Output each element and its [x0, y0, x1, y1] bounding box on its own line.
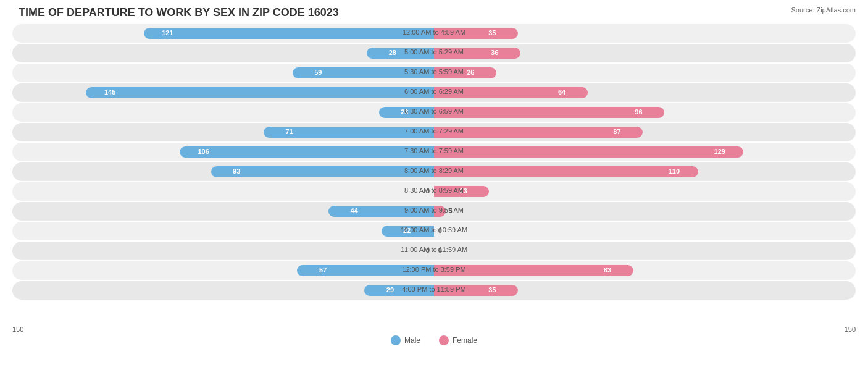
chart-row: 59265:30 AM to 5:59 AM: [12, 64, 856, 82]
row-label: 4:00 PM to 11:59 PM: [402, 285, 465, 293]
value-female: 129: [714, 148, 725, 155]
chart-container: TIME OF DEPARTURE TO WORK BY SEX IN ZIP …: [0, 0, 868, 367]
value-male: 44: [351, 207, 358, 214]
value-female: 26: [467, 69, 474, 76]
value-male: 71: [286, 128, 293, 135]
row-label: 7:00 AM to 7:29 AM: [404, 127, 464, 135]
legend: Male Female: [12, 335, 856, 345]
row-label: 6:00 AM to 6:29 AM: [404, 88, 464, 95]
chart-row: 28365:00 AM to 5:29 AM: [12, 44, 856, 62]
value-female: 83: [604, 266, 611, 274]
value-male: 106: [198, 148, 209, 155]
bar-female: [434, 146, 743, 158]
value-female: 35: [488, 29, 496, 36]
value-male: 28: [389, 49, 396, 56]
row-label: 8:30 AM to 8:59 AM: [404, 187, 464, 194]
value-female: 110: [669, 167, 680, 175]
chart-row: 1213512:00 AM to 4:59 AM: [12, 24, 856, 43]
chart-row: 29354:00 PM to 11:59 PM: [12, 281, 856, 300]
bar-female: [434, 107, 664, 118]
row-label: 12:00 PM to 3:59 PM: [402, 266, 465, 273]
row-label: 5:30 AM to 5:59 AM: [404, 68, 464, 75]
value-male: 29: [386, 286, 394, 293]
chart-row: 71877:00 AM to 7:29 AM: [12, 123, 856, 141]
bar-female: [434, 166, 698, 177]
chart-row: 0238:30 AM to 8:59 AM: [12, 182, 856, 201]
row-label: 10:00 AM to 10:59 AM: [401, 226, 467, 234]
row-label: 5:00 AM to 5:29 AM: [404, 48, 464, 56]
bar-male: [180, 146, 434, 158]
value-male: 145: [104, 88, 115, 96]
axis-left-value: 150: [12, 326, 23, 333]
row-label: 12:00 AM to 4:59 AM: [403, 28, 465, 36]
legend-male-label: Male: [404, 336, 420, 345]
legend-female-label: Female: [453, 336, 477, 345]
axis-bottom: 150 150: [12, 323, 856, 333]
legend-female-dot: [439, 335, 449, 345]
chart-row: 931108:00 AM to 8:29 AM: [12, 162, 856, 181]
bar-male: [211, 166, 434, 177]
chart-row: 145646:00 AM to 6:29 AM: [12, 83, 856, 102]
legend-female: Female: [439, 335, 477, 345]
chart-row: 23966:30 AM to 6:59 AM: [12, 103, 856, 122]
chart-row: 578312:00 PM to 3:59 PM: [12, 261, 856, 280]
source-label: Source: ZipAtlas.com: [791, 6, 856, 14]
value-male: 93: [233, 167, 240, 175]
row-label: 8:00 AM to 8:29 AM: [404, 167, 464, 174]
chart-area: 1213512:00 AM to 4:59 AM28365:00 AM to 5…: [12, 24, 856, 323]
row-label: 9:00 AM to 9:59 AM: [404, 206, 464, 214]
value-female: 36: [491, 49, 498, 56]
bar-male: [86, 87, 434, 98]
chart-row: 1061297:30 AM to 7:59 AM: [12, 143, 856, 161]
chart-row: 4459:00 AM to 9:59 AM: [12, 202, 856, 221]
chart-row: 22010:00 AM to 10:59 AM: [12, 222, 856, 240]
value-female: 87: [613, 128, 620, 135]
value-male: 121: [162, 29, 173, 36]
value-male: 57: [319, 266, 327, 274]
row-label: 7:30 AM to 7:59 AM: [404, 147, 464, 154]
axis-right-value: 150: [845, 326, 856, 333]
value-female: 96: [635, 108, 642, 116]
value-female: 35: [488, 286, 496, 293]
bar-male: [144, 28, 434, 39]
chart-row: 0011:00 AM to 11:59 AM: [12, 242, 856, 260]
value-female: 64: [558, 88, 565, 96]
value-male: 59: [314, 69, 322, 76]
chart-title: TIME OF DEPARTURE TO WORK BY SEX IN ZIP …: [12, 6, 856, 19]
legend-male: Male: [391, 335, 420, 345]
bar-female: [434, 127, 643, 138]
row-label: 6:30 AM to 6:59 AM: [404, 108, 464, 115]
legend-male-dot: [391, 335, 401, 345]
row-label: 11:00 AM to 11:59 AM: [401, 246, 467, 253]
